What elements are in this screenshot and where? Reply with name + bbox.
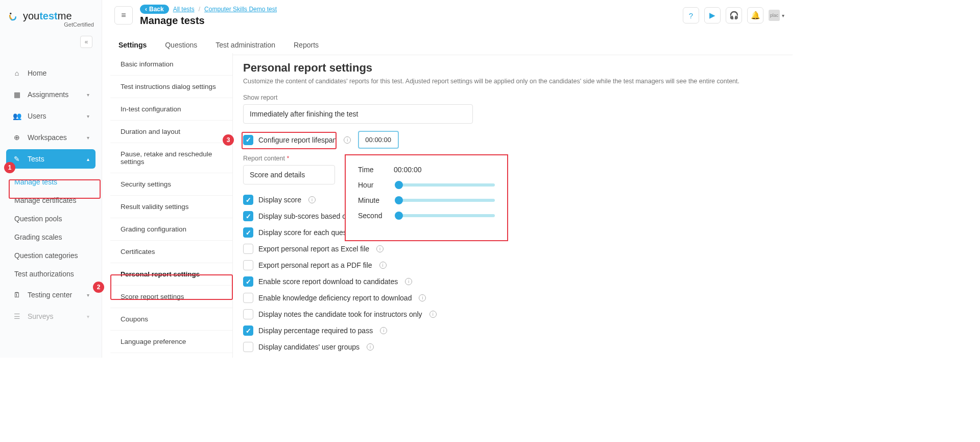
settings-personal-report[interactable]: Personal report settings [110,263,232,286]
check-row-7: Display notes the candidate took for ins… [243,306,782,322]
info-icon[interactable]: i [344,136,351,144]
checkbox[interactable] [243,342,253,352]
checkbox[interactable] [243,227,253,238]
check-label: Export personal report as Excel file [258,245,369,253]
report-content-select[interactable]: Score and details [243,165,335,184]
info-icon[interactable]: i [308,196,316,203]
configure-lifespan-label: Configure report lifespan [258,136,337,144]
info-icon[interactable]: i [380,327,387,334]
support-button[interactable]: 🎧 [726,7,742,24]
help-button[interactable]: ? [683,7,699,24]
check-row-6: Enable knowledge deficiency report to do… [243,290,782,306]
check-row-9: Display candidates' user groupsi [243,339,782,355]
nav-users[interactable]: 👥Users▾ [6,106,95,126]
back-button[interactable]: ‹Back [140,5,169,14]
slider-thumb[interactable] [395,181,403,189]
settings-test-instructions[interactable]: Test instructions dialog settings [110,76,232,98]
svg-point-0 [10,13,11,14]
info-icon[interactable]: i [367,343,374,351]
settings-security[interactable]: Security settings [110,173,232,196]
tabs: Settings Questions Test administration R… [118,37,793,55]
slider-thumb[interactable] [395,196,403,204]
minute-slider[interactable] [397,199,495,202]
check-row-4: Export personal report as a PDF filei [243,257,782,273]
nav-sub-question-pools[interactable]: Question pools [6,210,95,228]
configure-lifespan-checkbox[interactable] [243,135,253,145]
user-menu[interactable]: plac ▾ [769,10,784,21]
nav-sub-question-categories[interactable]: Question categories [6,246,95,265]
section-title: Personal report settings [243,61,782,75]
popover-second-label: Second [358,212,394,220]
check-row-1: Display sub-scores based on qu [243,208,782,224]
topbar: ≡ ‹Back All tests / Computer Skills Demo… [106,0,793,31]
notifications-button[interactable]: 🔔 [747,7,763,24]
chevron-down-icon: ▾ [87,135,89,141]
checkbox[interactable] [243,276,253,287]
menu-toggle-button[interactable]: ≡ [114,6,133,25]
second-slider[interactable] [397,214,495,217]
headset-icon: 🎧 [729,11,739,20]
checkbox[interactable] [243,260,253,270]
settings-sidebar: Basic information Test instructions dial… [110,53,233,358]
play-button[interactable]: ▶ [704,7,721,24]
check-row-5: Enable score report download to candidat… [243,273,782,290]
nav-workspaces[interactable]: ⊕Workspaces▾ [6,128,95,147]
nav-sub-grading-scales[interactable]: Grading scales [6,228,95,246]
info-icon[interactable]: i [419,294,426,301]
nav-sub-manage-tests[interactable]: Manage tests [6,173,95,191]
breadcrumb-current[interactable]: Computer Skills Demo test [204,6,277,13]
info-icon[interactable]: i [405,278,412,285]
nav-sub-test-authorizations[interactable]: Test authorizations [6,265,95,283]
nav-testing-center[interactable]: 🗓Testing center▾ [6,285,95,305]
check-row-3: Export personal report as Excel filei [243,241,782,257]
collapse-sidebar-button[interactable]: « [80,36,92,48]
nav-sub-manage-certificates[interactable]: Manage certificates [6,191,95,210]
home-icon: ⌂ [12,68,21,78]
nav: ⌂Home ▦Assignments▾ 👥Users▾ ⊕Workspaces▾… [0,63,102,326]
checkbox[interactable] [243,309,253,319]
settings-coupons[interactable]: Coupons [110,308,232,331]
section-description: Customize the content of candidates' rep… [243,78,782,85]
checkbox[interactable] [243,244,253,254]
checkbox[interactable] [243,293,253,303]
checkbox[interactable] [243,325,253,336]
checkbox[interactable] [243,211,253,221]
hour-slider[interactable] [397,183,495,187]
tab-questions[interactable]: Questions [165,37,197,55]
settings-in-test-config[interactable]: In-test configuration [110,98,232,121]
settings-duration-layout[interactable]: Duration and layout [110,121,232,143]
slider-thumb[interactable] [395,212,403,220]
lifespan-time-input[interactable]: 00:00:00 [358,131,399,149]
info-icon[interactable]: i [379,262,387,269]
nav-tests[interactable]: ✎Tests▴ [6,149,95,169]
annotation-badge-2: 2 [93,282,104,293]
settings-result-validity[interactable]: Result validity settings [110,196,232,218]
logo-text: youtestme [23,10,72,21]
tab-reports[interactable]: Reports [294,37,319,55]
pencil-icon: ✎ [12,154,21,164]
logo-icon [8,12,18,22]
nav-home[interactable]: ⌂Home [6,63,95,83]
menu-icon: ≡ [121,11,126,20]
breadcrumb-all-tests[interactable]: All tests [173,6,195,13]
settings-certificates[interactable]: Certificates [110,241,232,263]
nav-surveys[interactable]: ☰Surveys▾ [6,307,95,326]
check-label: Display candidates' user groups [258,343,360,351]
settings-basic-information[interactable]: Basic information [110,53,232,76]
settings-language[interactable]: Language preference [110,331,232,353]
show-report-select[interactable]: Immediately after finishing the test [243,104,473,124]
nav-assignments[interactable]: ▦Assignments▾ [6,85,95,104]
bell-icon: 🔔 [751,11,760,20]
info-icon[interactable]: i [376,245,384,252]
settings-score-report[interactable]: Score report settings [110,286,232,308]
show-report-label: Show report [243,94,782,101]
help-icon: ? [689,11,693,20]
info-icon[interactable]: i [429,311,437,318]
popover-minute-label: Minute [358,196,394,204]
checkbox[interactable] [243,195,253,205]
tab-settings[interactable]: Settings [118,37,147,55]
calendar-icon: 🗓 [12,290,21,299]
tab-test-administration[interactable]: Test administration [216,37,275,55]
settings-pause-retake[interactable]: Pause, retake and reschedule settings [110,143,232,173]
settings-grading-config[interactable]: Grading configuration [110,218,232,241]
